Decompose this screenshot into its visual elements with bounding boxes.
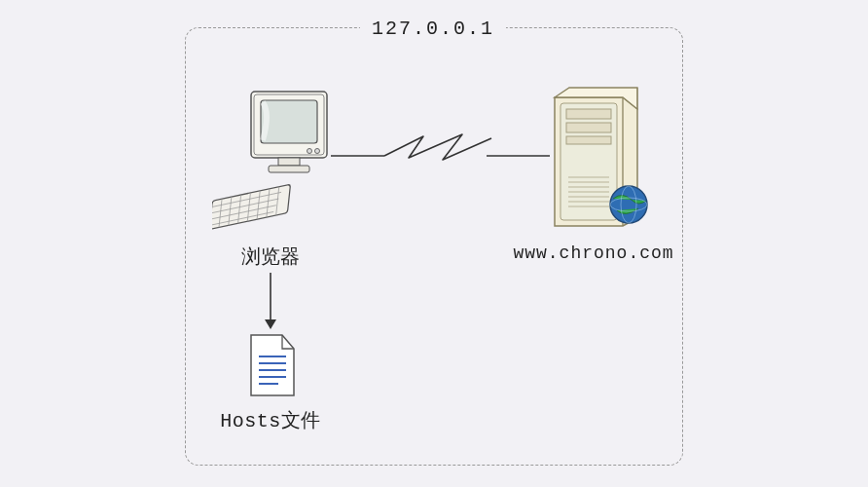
svg-point-3 <box>307 149 312 154</box>
diagram-title: 127.0.0.1 <box>372 18 494 40</box>
server-label: www.chrono.com <box>496 244 691 263</box>
arrow-down-icon <box>261 271 280 333</box>
svg-rect-21 <box>566 123 611 132</box>
svg-point-4 <box>315 149 320 154</box>
svg-rect-22 <box>566 136 611 144</box>
diagram-title-wrap: 127.0.0.1 <box>360 18 506 37</box>
svg-rect-20 <box>566 109 611 119</box>
browser-label: 浏览器 <box>222 244 319 270</box>
svg-rect-19 <box>561 103 617 220</box>
diagram-canvas: 127.0.0.1 <box>0 0 868 487</box>
svg-rect-5 <box>278 158 300 166</box>
file-icon <box>243 331 302 401</box>
hosts-file-label: Hosts文件 <box>212 407 329 433</box>
svg-point-30 <box>610 186 647 223</box>
computer-icon <box>212 84 339 230</box>
svg-rect-6 <box>269 166 309 172</box>
connection-zigzag-icon <box>331 127 555 185</box>
